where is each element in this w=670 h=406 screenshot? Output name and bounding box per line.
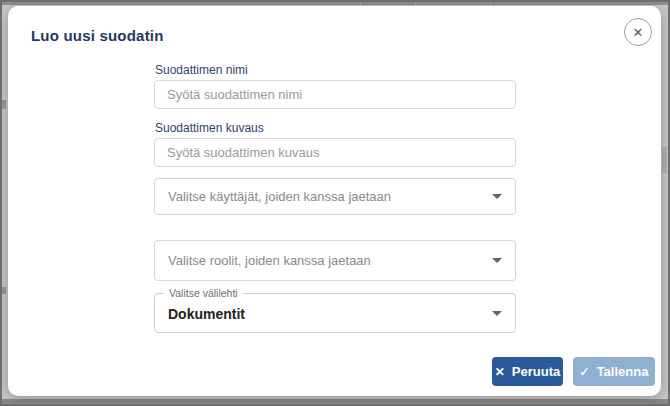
close-button[interactable]: ✕ (624, 18, 652, 46)
backdrop-bottom-strip (0, 399, 670, 406)
filter-description-label: Suodattimen kuvaus (155, 121, 264, 135)
background-content-fragment (2, 100, 6, 109)
tab-select-value: Dokumentit (168, 306, 245, 322)
save-button-label: Tallenna (597, 364, 649, 379)
backdrop-tab-divider (360, 0, 361, 5)
backdrop-tab-divider (490, 0, 491, 5)
tab-select-label: Valitse välilehti (164, 287, 243, 299)
filter-name-label: Suodattimen nimi (155, 63, 248, 77)
filter-name-input[interactable] (154, 80, 516, 109)
save-button[interactable]: ✓ Tallenna (573, 357, 655, 386)
background-content-fragment (2, 287, 6, 294)
chevron-down-icon (492, 311, 502, 316)
share-roles-placeholder: Valitse roolit, joiden kanssa jaetaan (168, 253, 371, 268)
share-users-dropdown[interactable]: Valitse käyttäjät, joiden kanssa jaetaan (154, 178, 516, 215)
backdrop-top-strip (0, 0, 670, 5)
checkmark-icon: ✓ (580, 366, 590, 378)
cancel-button[interactable]: ✕ Peruuta (492, 357, 563, 386)
backdrop-tab-divider (415, 0, 416, 5)
chevron-down-icon (492, 258, 502, 263)
chevron-down-icon (492, 194, 502, 199)
share-roles-dropdown[interactable]: Valitse roolit, joiden kanssa jaetaan (154, 240, 516, 281)
x-icon: ✕ (495, 366, 505, 378)
background-scrollbar-thumb (662, 147, 667, 173)
share-users-placeholder: Valitse käyttäjät, joiden kanssa jaetaan (168, 189, 391, 204)
tab-select[interactable]: Valitse välilehti Dokumentit (154, 293, 516, 333)
close-icon: ✕ (633, 26, 644, 39)
cancel-button-label: Peruuta (512, 364, 560, 379)
dialog-title: Luo uusi suodatin (31, 27, 164, 44)
create-filter-dialog: Luo uusi suodatin ✕ Suodattimen nimi Suo… (8, 6, 661, 396)
filter-description-input[interactable] (154, 138, 516, 167)
